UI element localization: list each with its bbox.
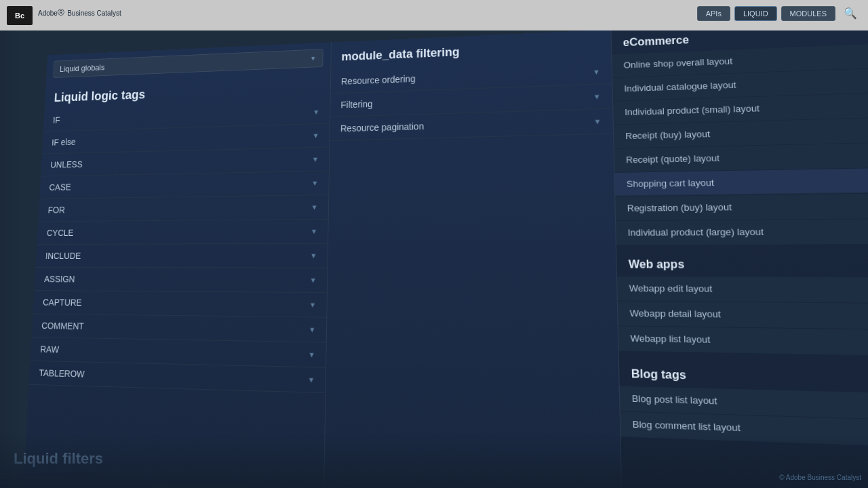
item-label: Registration (buy) layout [627, 202, 732, 214]
tag-label: COMMENT [41, 321, 84, 331]
module-item-label: Resource ordering [341, 73, 416, 86]
chevron-down-icon: ▼ [310, 55, 316, 62]
chevron-down-icon: ▼ [593, 92, 601, 100]
tag-list: IF ▼ IF else ▼ UNLESS ▼ CASE ▼ FOR ▼ [24, 100, 330, 488]
item-label: Blog post list layout [632, 393, 717, 407]
item-label: Shopping cart layout [627, 178, 714, 189]
list-item[interactable]: Webapp detail layout [618, 302, 868, 330]
webapps-title: Web apps [616, 249, 868, 278]
middle-panel: module_data filtering Resource ordering … [324, 30, 623, 488]
chevron-down-icon: ▼ [309, 301, 317, 309]
item-label: Receipt (buy) layout [625, 129, 710, 141]
chevron-down-icon: ▼ [313, 108, 319, 116]
left-panel: Liquid globals ▼ Liquid logic tags IF ▼ … [24, 42, 332, 488]
liquid-button[interactable]: LIQUID [734, 6, 777, 21]
main-area: Liquid globals ▼ Liquid logic tags IF ▼ … [0, 30, 868, 488]
item-label: Receipt (quote) layout [626, 152, 719, 165]
liquid-filters-label: Liquid filters [14, 450, 103, 468]
tag-label: TABLEROW [39, 368, 85, 380]
tag-label: CYCLE [47, 228, 74, 238]
tag-label: IF [53, 115, 60, 125]
module-item-label: Resource pagination [340, 121, 424, 134]
tag-label: ASSIGN [44, 274, 75, 284]
tag-label: INCLUDE [45, 251, 81, 261]
list-item[interactable]: Webapp list layout [618, 326, 868, 356]
tag-label: UNLESS [50, 159, 83, 169]
item-label: Individual product (small) layout [625, 103, 760, 117]
search-button[interactable]: 🔍 [840, 5, 861, 21]
webapps-section: Web apps Webapp edit layout Webapp detai… [616, 249, 868, 357]
list-item[interactable]: CAPTURE ▼ [33, 291, 327, 318]
tag-label: CASE [49, 182, 71, 192]
right-panel: eCommerce Online shop overall layout ▼ I… [612, 30, 868, 488]
item-label: Webapp detail layout [629, 308, 721, 319]
chevron-down-icon: ▼ [311, 179, 318, 187]
item-label: Webapp edit layout [629, 283, 713, 294]
shopping-cart-item[interactable]: Shopping cart layout ▼ [614, 168, 868, 197]
chevron-down-icon: ▼ [308, 375, 315, 384]
tag-label: CAPTURE [43, 297, 82, 308]
blog-section: Blog tags Blog post list layout Blog com… [619, 359, 868, 448]
ecommerce-section: eCommerce Online shop overall layout ▼ I… [612, 30, 868, 245]
list-item[interactable]: ASSIGN ▼ [35, 268, 328, 293]
list-item[interactable]: CASE ▼ [39, 171, 329, 199]
chevron-down-icon: ▼ [310, 251, 317, 260]
chevron-down-icon: ▼ [593, 68, 601, 76]
liquid-globals-dropdown[interactable]: Liquid globals ▼ [53, 49, 323, 78]
item-label: Webapp list layout [630, 333, 710, 345]
browser-chrome: Bc Adobe® Business Catalyst APIs LIQUID … [0, 0, 868, 30]
chevron-down-icon: ▼ [309, 325, 316, 333]
module-item-label: Filtering [340, 99, 372, 110]
copyright-text: © Adobe Business Catalyst [779, 474, 861, 481]
list-item[interactable]: Individual product (large) layout ▼ [616, 219, 868, 245]
item-label: Individual catalogue layout [624, 80, 736, 94]
chevron-down-icon: ▼ [312, 155, 319, 163]
content-wrapper: Liquid globals ▼ Liquid logic tags IF ▼ … [24, 30, 868, 488]
list-item[interactable]: CYCLE ▼ [37, 220, 328, 245]
modules-button[interactable]: MODULES [781, 6, 835, 21]
tag-label: FOR [47, 205, 65, 215]
item-label: Online shop overall layout [623, 56, 732, 70]
list-item[interactable]: FOR ▼ [38, 195, 328, 222]
dropdown-label: Liquid globals [60, 63, 105, 74]
item-label: Blog comment list layout [633, 419, 741, 434]
top-nav: APIs LIQUID MODULES 🔍 [697, 5, 861, 21]
app-title: Adobe® Business Catalyst [38, 7, 121, 22]
tag-label: RAW [40, 344, 59, 355]
chevron-down-icon: ▼ [311, 203, 318, 211]
list-item[interactable]: Registration (buy) layout ▼ [615, 193, 868, 220]
bc-logo: Bc [7, 6, 33, 25]
chevron-down-icon: ▼ [311, 227, 318, 235]
list-item[interactable]: Webapp edit layout [617, 277, 868, 303]
chevron-down-icon: ▼ [312, 131, 319, 140]
list-item[interactable]: INCLUDE ▼ [36, 244, 328, 268]
chevron-down-icon: ▼ [593, 117, 601, 125]
chevron-down-icon: ▼ [309, 276, 317, 284]
item-label: Individual product (large) layout [627, 226, 764, 238]
tag-label: IF else [52, 137, 76, 147]
apis-button[interactable]: APIs [697, 6, 730, 21]
chevron-down-icon: ▼ [308, 350, 315, 359]
